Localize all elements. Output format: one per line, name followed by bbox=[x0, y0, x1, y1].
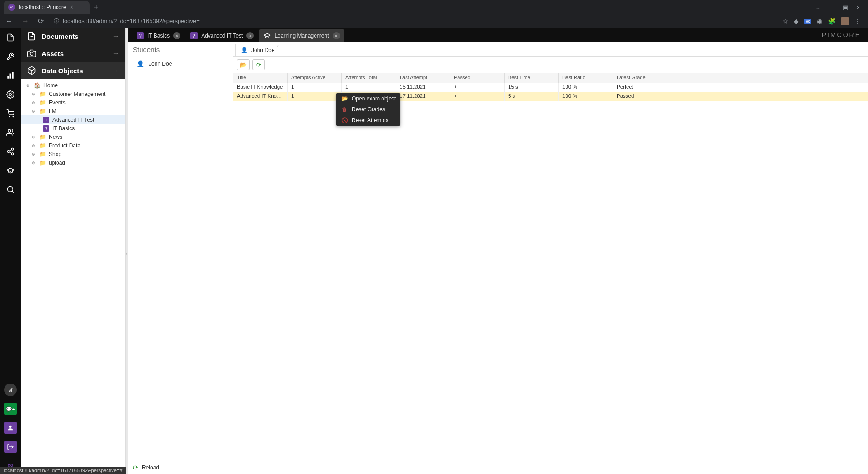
symfony-icon[interactable]: sf bbox=[4, 384, 17, 396]
sidebar-section-label: Data Objects bbox=[42, 67, 83, 75]
col-latest-grade[interactable]: Latest Grade bbox=[613, 73, 868, 83]
share-icon[interactable] bbox=[5, 146, 16, 157]
reload-icon: ⟳ bbox=[133, 464, 138, 471]
close-icon[interactable]: × bbox=[277, 44, 279, 49]
svg-point-8 bbox=[7, 151, 9, 153]
tree-item-home[interactable]: ⊖ 🏠 Home bbox=[21, 81, 125, 90]
gear-icon[interactable] bbox=[5, 89, 16, 100]
tree-item-label: News bbox=[49, 134, 62, 140]
graduation-icon[interactable] bbox=[5, 165, 16, 176]
detail-tab-label: John Doe bbox=[251, 47, 274, 53]
results-grid: Title Attempts Active Attempts Total Las… bbox=[233, 73, 868, 474]
tree-item-shop[interactable]: ⊕ 📁 Shop bbox=[21, 150, 125, 158]
extension-icon-2[interactable]: oc bbox=[804, 19, 811, 24]
tab-it-basics[interactable]: ? IT Basics × bbox=[132, 29, 185, 42]
folder-icon: 📁 bbox=[39, 100, 46, 106]
tree-item-product-data[interactable]: ⊕ 📁 Product Data bbox=[21, 141, 125, 150]
main-tabs: ? IT Basics × ? Advanced IT Test × Learn… bbox=[128, 28, 868, 42]
tree-item-upload[interactable]: ⊕ 📁 upload bbox=[21, 158, 125, 167]
tab-learning-management[interactable]: Learning Management × bbox=[259, 29, 344, 42]
new-tab-button[interactable]: + bbox=[90, 3, 103, 11]
col-attempts-active[interactable]: Attempts Active bbox=[288, 73, 342, 83]
expand-icon[interactable]: ⊕ bbox=[31, 135, 36, 139]
main-body: Students 👤 John Doe ⟳ Reload 👤 bbox=[128, 42, 868, 474]
status-bar: localhost:88/admin/?_dc=1637165392&persp… bbox=[0, 467, 126, 474]
collapse-icon[interactable]: ⊖ bbox=[25, 83, 31, 88]
document-icon bbox=[27, 32, 36, 41]
tree-item-label: Events bbox=[49, 100, 66, 106]
extension-icon-1[interactable]: ◆ bbox=[794, 18, 799, 25]
file-icon[interactable] bbox=[5, 32, 16, 43]
tree-item-advanced-it-test[interactable]: ? Advanced IT Test bbox=[21, 115, 125, 124]
sidebar-section-assets[interactable]: Assets → bbox=[21, 45, 125, 62]
main-panel: ? IT Basics × ? Advanced IT Test × Learn… bbox=[128, 28, 868, 474]
extension-icon-3[interactable]: ◉ bbox=[817, 18, 822, 25]
url-input[interactable]: ⓘ localhost:88/admin/?_dc=1637165392&per… bbox=[51, 17, 777, 25]
cell-active: 1 bbox=[288, 83, 342, 92]
cart-icon[interactable] bbox=[5, 108, 16, 119]
arrow-right-icon: → bbox=[113, 67, 119, 74]
chart-icon[interactable] bbox=[5, 70, 16, 81]
tree-item-news[interactable]: ⊕ 📁 News bbox=[21, 133, 125, 141]
browser-tab[interactable]: ∞ localhost :: Pimcore × bbox=[4, 1, 90, 14]
menu-icon[interactable]: ⋮ bbox=[854, 18, 861, 25]
user-profile-icon[interactable] bbox=[4, 422, 17, 434]
expand-icon[interactable]: ⊕ bbox=[31, 161, 36, 165]
sidebar: Documents → Assets → Data Objects → ⊖ 🏠 … bbox=[21, 28, 126, 474]
ctx-reset-attempts[interactable]: 🚫 Reset Attempts bbox=[336, 115, 400, 126]
table-row[interactable]: Advanced IT Knowled... 1 1 17.11.2021 + … bbox=[233, 92, 868, 101]
col-title[interactable]: Title bbox=[233, 73, 288, 83]
grid-header: Title Attempts Active Attempts Total Las… bbox=[233, 73, 868, 83]
browser-tab-close-icon[interactable]: × bbox=[70, 4, 73, 10]
sidebar-section-documents[interactable]: Documents → bbox=[21, 28, 125, 45]
col-last-attempt[interactable]: Last Attempt bbox=[396, 73, 450, 83]
detail-tab-john-doe[interactable]: 👤 John Doe × bbox=[235, 44, 280, 56]
minimize-icon[interactable]: — bbox=[829, 4, 835, 11]
splitter[interactable] bbox=[126, 28, 128, 474]
star-icon[interactable]: ☆ bbox=[783, 18, 788, 25]
col-best-ratio[interactable]: Best Ratio bbox=[559, 73, 613, 83]
tree-item-customer-mgmt[interactable]: ⊕ 📁 Customer Management bbox=[21, 90, 125, 98]
logout-icon[interactable] bbox=[4, 441, 17, 453]
ctx-open-exam[interactable]: 📂 Open exam object bbox=[336, 93, 400, 104]
icon-rail: sf 💬4 ∞ bbox=[0, 28, 21, 474]
reload-button[interactable]: ⟳ bbox=[36, 17, 46, 25]
col-best-time[interactable]: Best Time bbox=[505, 73, 559, 83]
close-icon[interactable]: × bbox=[173, 32, 180, 39]
close-window-icon[interactable]: × bbox=[856, 4, 860, 11]
expand-icon[interactable]: ⊕ bbox=[31, 152, 36, 156]
cell-active: 1 bbox=[288, 92, 342, 101]
student-name: John Doe bbox=[149, 61, 172, 67]
back-button[interactable]: ← bbox=[4, 17, 14, 25]
student-row[interactable]: 👤 John Doe bbox=[128, 57, 233, 70]
url-text: localhost:88/admin/?_dc=1637165392&persp… bbox=[63, 18, 200, 24]
reload-button[interactable]: ⟳ Reload bbox=[128, 461, 233, 474]
refresh-button[interactable]: ⟳ bbox=[252, 59, 265, 70]
wrench-icon[interactable] bbox=[5, 51, 16, 62]
chevron-down-icon[interactable]: ⌄ bbox=[816, 4, 821, 11]
forward-button[interactable]: → bbox=[20, 17, 31, 25]
search-icon[interactable] bbox=[5, 184, 16, 195]
close-icon[interactable]: × bbox=[246, 32, 254, 39]
tree-item-lmf[interactable]: ⊖ 📁 LMF bbox=[21, 107, 125, 115]
tree-item-events[interactable]: ⊕ 📁 Events bbox=[21, 98, 125, 107]
ctx-reset-grades[interactable]: 🗑 Reset Grades bbox=[336, 104, 400, 115]
sidebar-section-data-objects[interactable]: Data Objects → bbox=[21, 62, 125, 79]
collapse-icon[interactable]: ⊖ bbox=[31, 109, 36, 114]
maximize-icon[interactable]: ▣ bbox=[843, 4, 848, 11]
users-icon[interactable] bbox=[5, 127, 16, 138]
profile-avatar[interactable] bbox=[841, 17, 849, 25]
notifications-badge[interactable]: 💬4 bbox=[4, 403, 17, 415]
col-passed[interactable]: Passed bbox=[450, 73, 505, 83]
expand-icon[interactable]: ⊕ bbox=[31, 100, 36, 105]
svg-rect-1 bbox=[10, 74, 11, 79]
col-attempts-total[interactable]: Attempts Total bbox=[342, 73, 396, 83]
expand-icon[interactable]: ⊕ bbox=[31, 143, 36, 148]
open-folder-button[interactable]: 📂 bbox=[237, 59, 250, 70]
extensions-icon[interactable]: 🧩 bbox=[828, 18, 835, 25]
close-icon[interactable]: × bbox=[333, 32, 340, 39]
tab-advanced-it-test[interactable]: ? Advanced IT Test × bbox=[186, 29, 258, 42]
table-row[interactable]: Basic IT Knowledge 1 1 15.11.2021 + 15 s… bbox=[233, 83, 868, 92]
tree-item-it-basics[interactable]: ? IT Basics bbox=[21, 124, 125, 133]
expand-icon[interactable]: ⊕ bbox=[31, 92, 36, 96]
